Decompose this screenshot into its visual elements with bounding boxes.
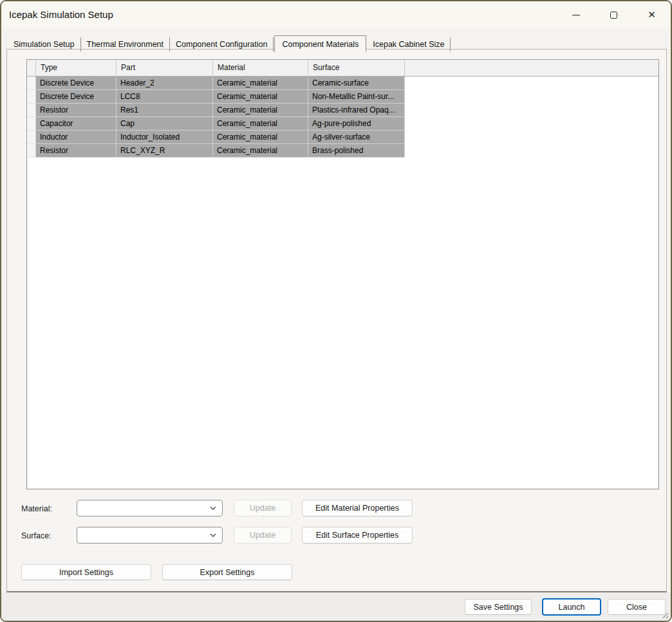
launch-button[interactable]: Launch (542, 598, 601, 616)
maximize-button[interactable] (595, 1, 633, 28)
table-row[interactable]: Discrete DeviceLCC8Ceramic_materialNon-M… (27, 90, 658, 104)
table-cell[interactable]: Ag-silver-surface (308, 131, 405, 144)
icepak-simulation-setup-dialog: Icepak Simulation Setup ✕ Simulation Set… (0, 0, 672, 622)
tab-icepak-cabinet-size[interactable]: Icepak Cabinet Size (367, 37, 451, 51)
table-cell[interactable]: Ag-pure-polished (308, 117, 405, 131)
table-row[interactable]: InductorInductor_IsolatedCeramic_materia… (27, 131, 658, 144)
surface-update-button[interactable]: Update (234, 527, 292, 544)
column-header-surface[interactable]: Surface (308, 60, 405, 76)
window-controls: ✕ (557, 1, 671, 28)
table-cell[interactable]: Ceramic_material (213, 90, 308, 104)
import-settings-button[interactable]: Import Settings (21, 564, 151, 580)
table-cell[interactable]: Inductor_Isolated (117, 131, 213, 144)
column-header-part[interactable]: Part (117, 60, 213, 76)
chevron-down-icon (209, 531, 217, 539)
table-cell[interactable]: Resistor (36, 144, 117, 158)
close-icon: ✕ (648, 10, 656, 20)
window-title: Icepak Simulation Setup (9, 9, 113, 20)
row-header-cell[interactable] (27, 117, 36, 131)
material-combobox[interactable] (77, 500, 223, 517)
maximize-icon (610, 12, 617, 19)
tab-component-materials[interactable]: Component Materials (274, 35, 366, 52)
table-row[interactable]: Discrete DeviceHeader_2Ceramic_materialC… (27, 77, 658, 90)
table-row[interactable]: CapacitorCapCeramic_materialAg-pure-poli… (27, 117, 658, 131)
material-update-button[interactable]: Update (234, 500, 292, 517)
table-cell[interactable]: LCC8 (117, 90, 213, 104)
minimize-button[interactable] (557, 1, 595, 28)
column-header-material[interactable]: Material (213, 60, 308, 76)
component-materials-table: Type Part Material Surface Discrete Devi… (26, 59, 659, 489)
tab-page-component-materials: Type Part Material Surface Discrete Devi… (6, 49, 667, 592)
save-settings-button[interactable]: Save Settings (465, 599, 532, 615)
close-button[interactable]: ✕ (633, 1, 671, 28)
table-cell[interactable]: RLC_XYZ_R (117, 144, 213, 158)
table-cell[interactable]: Cap (117, 117, 213, 131)
table-cell[interactable]: Capacitor (36, 117, 117, 131)
table-cell[interactable]: Resistor (36, 104, 117, 117)
close-dialog-button[interactable]: Close (608, 599, 666, 615)
table-cell[interactable]: Ceramic_material (213, 144, 308, 158)
table-cell[interactable]: Ceramic_material (213, 104, 308, 117)
table-cell[interactable]: Ceramic_material (213, 117, 308, 131)
row-header-cell[interactable] (27, 131, 36, 144)
table-cell[interactable]: Non-Metallic Paint-sur... (308, 90, 405, 104)
table-cell[interactable]: Ceramic_material (213, 131, 308, 144)
row-header-stub (27, 60, 36, 76)
tab-simulation-setup[interactable]: Simulation Setup (8, 37, 81, 51)
table-cell[interactable]: Plastics-infrared Opaq... (308, 104, 405, 117)
table-cell[interactable]: Discrete Device (36, 77, 117, 90)
table-cell[interactable]: Discrete Device (36, 90, 117, 104)
row-header-cell[interactable] (27, 77, 36, 90)
column-header-type[interactable]: Type (36, 60, 117, 76)
table-cell[interactable]: Brass-polished (308, 144, 405, 158)
table-cell[interactable]: Ceramic-surface (308, 77, 405, 90)
table-cell[interactable]: Header_2 (117, 77, 213, 90)
export-settings-button[interactable]: Export Settings (162, 564, 292, 580)
title-bar: Icepak Simulation Setup ✕ (1, 1, 671, 28)
table-cell[interactable]: Res1 (117, 104, 213, 117)
material-label: Material: (21, 504, 52, 513)
row-header-cell[interactable] (27, 144, 36, 158)
chevron-down-icon (209, 504, 217, 512)
tab-bar: Simulation SetupThermal EnvironmentCompo… (8, 35, 451, 51)
footer-bar: Save Settings Launch Close (1, 592, 671, 621)
resize-grip-icon[interactable] (660, 610, 669, 619)
minimize-icon (572, 15, 580, 15)
table-row[interactable]: ResistorRLC_XYZ_RCeramic_materialBrass-p… (27, 144, 658, 158)
column-header-filler (405, 60, 658, 76)
row-header-cell[interactable] (27, 90, 36, 104)
surface-combobox[interactable] (77, 527, 223, 544)
table-cell[interactable]: Ceramic_material (213, 77, 308, 90)
grid-body: Discrete DeviceHeader_2Ceramic_materialC… (27, 77, 658, 158)
tab-thermal-environment[interactable]: Thermal Environment (81, 37, 171, 51)
surface-label: Surface: (21, 531, 51, 540)
edit-material-properties-button[interactable]: Edit Material Properties (302, 500, 413, 517)
table-cell[interactable]: Inductor (36, 131, 117, 144)
table-row[interactable]: ResistorRes1Ceramic_materialPlastics-inf… (27, 104, 658, 117)
edit-surface-properties-button[interactable]: Edit Surface Properties (302, 527, 413, 544)
table-header-row: Type Part Material Surface (27, 60, 658, 77)
tab-component-configuration[interactable]: Component Configuration (170, 37, 274, 51)
row-header-cell[interactable] (27, 104, 36, 117)
